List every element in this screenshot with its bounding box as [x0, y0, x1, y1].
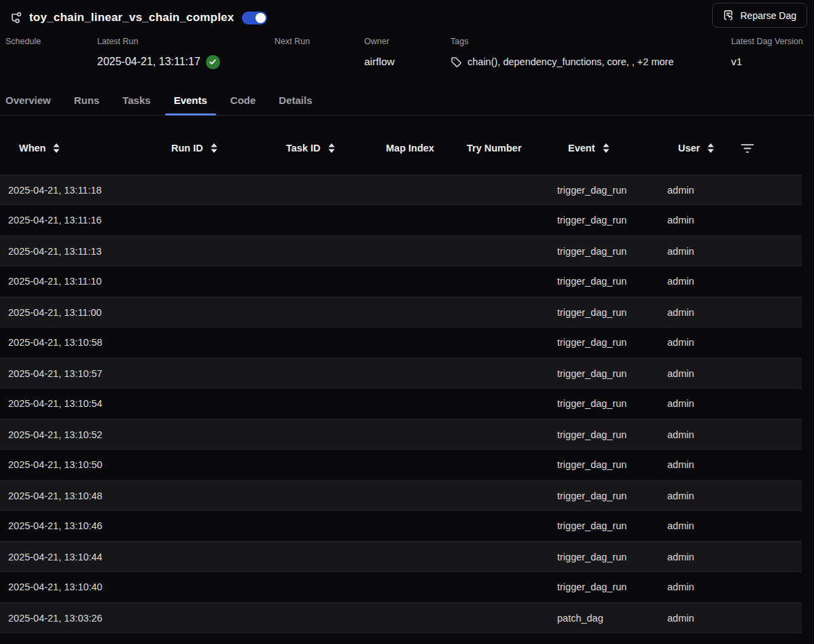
dag-title: toy_chain_linear_vs_chain_complex — [29, 11, 234, 24]
table-row[interactable]: 2025-04-21, 13:10:57 trigger_dag_run adm… — [0, 358, 802, 389]
cell-user: admin — [659, 613, 734, 624]
tab-code[interactable]: Code — [222, 85, 265, 115]
sort-icon — [52, 143, 60, 154]
dag-meta-row: Schedule Latest Run 2025-04-21, 13:11:17… — [0, 31, 814, 80]
cell-when: 2025-04-21, 13:10:48 — [0, 490, 152, 501]
cell-when: 2025-04-21, 13:11:18 — [0, 185, 152, 196]
cell-when: 2025-04-21, 13:11:13 — [0, 246, 152, 257]
cell-user: admin — [659, 215, 734, 226]
cell-event: trigger_dag_run — [549, 246, 659, 257]
events-table-body: 2025-04-21, 13:11:18 trigger_dag_run adm… — [0, 175, 814, 633]
column-label: When — [19, 143, 46, 154]
sort-icon — [602, 143, 610, 154]
cell-event: trigger_dag_run — [549, 398, 659, 409]
tags-label: Tags — [450, 37, 731, 46]
table-row[interactable]: 2025-04-21, 13:11:10 trigger_dag_run adm… — [0, 266, 802, 297]
reparse-dag-label: Reparse Dag — [741, 10, 797, 21]
next-run-label: Next Run — [275, 37, 364, 46]
column-header-task-id[interactable]: Task ID — [267, 143, 367, 154]
cell-user: admin — [659, 337, 734, 348]
column-label: Map Index — [386, 143, 434, 154]
column-header-event[interactable]: Event — [549, 143, 659, 154]
table-row[interactable]: 2025-04-21, 13:11:00 trigger_dag_run adm… — [0, 297, 802, 327]
cell-user: admin — [659, 307, 734, 318]
table-row[interactable]: 2025-04-21, 13:10:48 trigger_dag_run adm… — [0, 480, 802, 511]
cell-user: admin — [659, 398, 734, 409]
tab-overview[interactable]: Overview — [0, 85, 60, 115]
cell-event: trigger_dag_run — [549, 520, 659, 531]
cell-user: admin — [659, 582, 734, 592]
cell-user: admin — [659, 459, 734, 470]
cell-event: patch_dag — [549, 613, 659, 624]
events-table-header: When Run ID Task ID — [0, 132, 802, 164]
cell-when: 2025-04-21, 13:10:46 — [0, 520, 152, 531]
toggle-knob — [255, 13, 266, 23]
cell-when: 2025-04-21, 13:11:00 — [0, 307, 152, 318]
cell-user: admin — [659, 490, 734, 501]
latest-run-value[interactable]: 2025-04-21, 13:11:17 — [97, 56, 200, 68]
column-header-run-id[interactable]: Run ID — [152, 143, 267, 154]
sort-icon — [328, 143, 336, 154]
tab-events[interactable]: Events — [165, 85, 216, 115]
cell-user: admin — [659, 368, 734, 379]
column-label: Try Number — [467, 143, 522, 154]
cell-event: trigger_dag_run — [549, 490, 659, 501]
table-row[interactable]: 2025-04-21, 13:11:16 trigger_dag_run adm… — [0, 205, 802, 236]
table-row[interactable]: 2025-04-21, 13:11:13 trigger_dag_run adm… — [0, 236, 802, 266]
column-header-when[interactable]: When — [0, 143, 152, 154]
tab-details[interactable]: Details — [270, 85, 321, 115]
cell-event: trigger_dag_run — [549, 185, 659, 196]
cell-user: admin — [659, 520, 734, 531]
column-label: Event — [568, 143, 595, 154]
filter-button[interactable] — [734, 143, 802, 154]
cell-event: trigger_dag_run — [549, 552, 659, 562]
tab-tasks[interactable]: Tasks — [113, 85, 159, 115]
cell-user: admin — [659, 246, 734, 257]
schedule-value — [5, 54, 97, 69]
dag-version-label: Latest Dag Version — [731, 37, 807, 46]
reparse-dag-button[interactable]: Reparse Dag — [712, 3, 808, 28]
table-row[interactable]: 2025-04-21, 13:11:18 trigger_dag_run adm… — [0, 175, 802, 205]
dag-tabs: Overview Runs Tasks Events Code Details — [0, 85, 814, 115]
schedule-label: Schedule — [5, 37, 97, 46]
column-label: Run ID — [171, 143, 203, 154]
cell-when: 2025-04-21, 13:10:52 — [0, 429, 152, 440]
meta-owner: Owner airflow — [364, 37, 450, 69]
cell-when: 2025-04-21, 13:10:54 — [0, 398, 152, 409]
cell-when: 2025-04-21, 13:03:26 — [0, 613, 152, 624]
table-row[interactable]: 2025-04-21, 13:10:54 trigger_dag_run adm… — [0, 389, 802, 419]
cell-when: 2025-04-21, 13:11:10 — [0, 276, 152, 287]
owner-value: airflow — [364, 54, 450, 69]
table-row[interactable]: 2025-04-21, 13:10:52 trigger_dag_run adm… — [0, 419, 802, 450]
filter-icon — [741, 143, 754, 154]
table-row[interactable]: 2025-04-21, 13:10:50 trigger_dag_run adm… — [0, 450, 802, 480]
meta-schedule: Schedule — [5, 37, 97, 69]
table-row[interactable]: 2025-04-21, 13:10:40 trigger_dag_run adm… — [0, 572, 802, 603]
column-header-map-index: Map Index — [367, 143, 448, 154]
meta-tags: Tags chain(), dependency_functions, core… — [450, 37, 731, 69]
success-check-icon — [206, 55, 220, 69]
column-label: Task ID — [286, 143, 321, 154]
dag-version-value: v1 — [731, 54, 807, 69]
latest-run-label: Latest Run — [97, 37, 275, 46]
cell-event: trigger_dag_run — [549, 429, 659, 440]
cell-user: admin — [659, 552, 734, 562]
cell-when: 2025-04-21, 13:10:58 — [0, 337, 152, 348]
cell-event: trigger_dag_run — [549, 307, 659, 318]
next-run-value — [275, 54, 364, 69]
dag-enabled-toggle[interactable] — [242, 12, 267, 24]
table-row[interactable]: 2025-04-21, 13:10:46 trigger_dag_run adm… — [0, 511, 802, 541]
cell-event: trigger_dag_run — [549, 368, 659, 379]
table-row[interactable]: 2025-04-21, 13:10:58 trigger_dag_run adm… — [0, 327, 802, 358]
cell-event: trigger_dag_run — [549, 459, 659, 470]
dag-details-page: toy_chain_linear_vs_chain_complex Repars… — [0, 0, 814, 644]
dag-header-bar: toy_chain_linear_vs_chain_complex Repars… — [0, 0, 814, 31]
column-header-try-number: Try Number — [448, 143, 549, 154]
tags-value[interactable]: chain(), dependency_functions, core, , +… — [467, 56, 673, 67]
tab-runs[interactable]: Runs — [65, 85, 109, 115]
table-row[interactable]: 2025-04-21, 13:03:26 patch_dag admin — [0, 603, 802, 633]
tag-icon — [450, 56, 462, 68]
table-row[interactable]: 2025-04-21, 13:10:44 trigger_dag_run adm… — [0, 541, 802, 572]
column-header-user[interactable]: User — [659, 143, 734, 154]
cell-when: 2025-04-21, 13:11:16 — [0, 215, 152, 226]
